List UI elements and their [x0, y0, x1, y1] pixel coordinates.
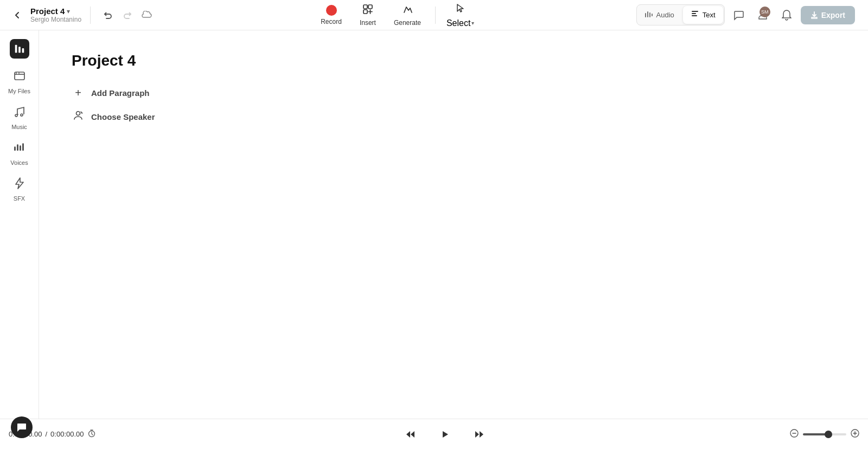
fast-forward-button[interactable] [469, 425, 488, 444]
music-icon [13, 105, 26, 121]
undo-button[interactable] [99, 7, 117, 24]
export-button[interactable]: Export [801, 6, 855, 24]
volume-increase-button[interactable] [851, 429, 859, 440]
choose-speaker-icon [72, 110, 85, 124]
svg-rect-6 [652, 14, 653, 16]
add-paragraph-icon: + [72, 87, 85, 99]
sidebar-item-music[interactable]: Music [3, 101, 36, 134]
voices-icon [13, 141, 26, 157]
svg-rect-2 [368, 5, 372, 9]
mode-toggle: Audio Text [636, 4, 725, 25]
my-files-icon [13, 69, 26, 86]
history-buttons [99, 7, 156, 24]
export-label: Export [821, 11, 845, 20]
svg-point-20 [76, 112, 80, 116]
generate-label: Generate [394, 19, 421, 27]
main-body: My Files Music Voices [0, 30, 868, 419]
chat-button[interactable] [729, 5, 749, 25]
svg-rect-8 [692, 13, 696, 14]
sidebar-item-voices[interactable]: Voices [3, 137, 36, 170]
svg-rect-18 [20, 145, 21, 151]
add-user-button[interactable]: SM [753, 5, 773, 25]
record-button[interactable]: Record [313, 2, 349, 29]
sidebar-item-my-files[interactable]: My Files [3, 65, 36, 99]
play-button[interactable] [434, 424, 456, 445]
project-subtitle: Sergio Montanino [30, 16, 81, 23]
svg-rect-16 [14, 146, 16, 151]
svg-rect-15 [16, 72, 19, 74]
insert-label: Insert [360, 19, 376, 27]
text-mode-label: Text [703, 11, 716, 19]
insert-icon [362, 3, 374, 17]
svg-rect-12 [18, 47, 21, 53]
chevron-down-icon: ▾ [67, 8, 70, 15]
svg-rect-0 [363, 5, 367, 9]
redo-button[interactable] [119, 7, 136, 24]
volume-controls [762, 429, 859, 440]
app-logo[interactable] [10, 39, 29, 59]
divider [90, 7, 91, 24]
record-icon [326, 5, 337, 16]
add-paragraph-label: Add Paragraph [91, 88, 150, 98]
sidebar-item-label: My Files [8, 88, 30, 94]
svg-rect-5 [649, 12, 650, 17]
project-title-row[interactable]: Project 4 ▾ [30, 7, 81, 16]
timer-icon[interactable] [87, 429, 96, 439]
choose-speaker-item[interactable]: Choose Speaker [72, 110, 835, 124]
toolbar-divider [435, 7, 436, 24]
audio-mode-button[interactable]: Audio [637, 6, 682, 24]
content-area: Project 4 + Add Paragraph Choose Speaker [39, 30, 868, 419]
svg-rect-17 [17, 144, 18, 151]
header-actions: SM Export [729, 5, 855, 25]
project-info: Project 4 ▾ Sergio Montanino [30, 7, 81, 23]
text-icon [691, 10, 699, 20]
notification-button[interactable] [777, 5, 796, 25]
sfx-icon [13, 177, 26, 193]
center-toolbar: Record Insert Generate [160, 0, 632, 31]
audio-icon [644, 10, 653, 20]
sidebar-item-sfx[interactable]: SFX [3, 172, 36, 206]
rewind-button[interactable] [401, 425, 421, 444]
svg-rect-4 [647, 11, 648, 17]
sidebar: My Files Music Voices [0, 30, 39, 419]
generate-button[interactable]: Generate [386, 0, 429, 30]
svg-rect-11 [15, 45, 17, 53]
choose-speaker-label: Choose Speaker [91, 112, 155, 121]
generate-icon [401, 3, 413, 17]
time-separator: / [45, 430, 47, 438]
select-chevron: ▾ [471, 20, 474, 26]
select-label: Select [446, 18, 470, 28]
select-button[interactable]: Select ▾ [442, 0, 478, 31]
svg-rect-19 [22, 143, 24, 151]
sidebar-item-label: SFX [14, 195, 25, 202]
chat-bubble-button[interactable] [11, 416, 33, 438]
project-heading: Project 4 [72, 52, 835, 69]
svg-rect-13 [22, 48, 24, 53]
text-mode-button[interactable]: Text [683, 6, 723, 24]
header: Project 4 ▾ Sergio Montanino [0, 0, 868, 30]
sidebar-item-label: Music [11, 124, 27, 130]
bottom-bar: 0:00:00.00 / 0:00:00.00 [0, 419, 868, 449]
sidebar-item-label: Voices [10, 159, 28, 166]
insert-button[interactable]: Insert [352, 0, 384, 30]
record-label: Record [321, 18, 342, 25]
playback-controls [128, 424, 762, 445]
svg-rect-1 [363, 10, 367, 14]
cloud-save-button[interactable] [138, 7, 156, 24]
svg-rect-7 [692, 11, 698, 12]
project-title: Project 4 [30, 7, 65, 16]
select-icon [455, 2, 467, 16]
svg-rect-3 [645, 13, 646, 17]
back-button[interactable] [9, 7, 26, 24]
add-paragraph-item[interactable]: + Add Paragraph [72, 87, 835, 99]
total-time: 0:00:00.00 [50, 430, 84, 438]
audio-mode-label: Audio [656, 11, 674, 19]
right-toolbar: Audio Text [636, 4, 859, 25]
header-left: Project 4 ▾ Sergio Montanino [9, 7, 156, 24]
volume-slider[interactable] [803, 433, 846, 435]
volume-decrease-button[interactable] [790, 429, 799, 440]
svg-rect-9 [692, 15, 697, 16]
